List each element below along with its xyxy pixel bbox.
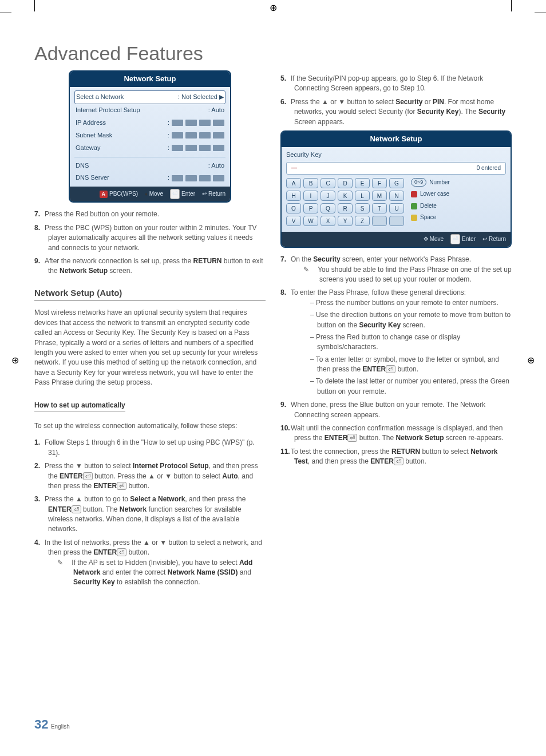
enter-icon: ⏎ xyxy=(450,234,460,244)
cursor-icon: — xyxy=(291,164,297,173)
osd-value: : Not Selected ▶ xyxy=(178,93,224,102)
onscreen-keyboard[interactable]: ABCDEFGHIJKLMNOPQRSTUVWXYZ xyxy=(286,178,404,226)
yellow-dot-icon xyxy=(411,215,417,221)
osd-label: IP Address xyxy=(76,118,168,128)
right-step-6: 6.Press the ▲ or ▼ button to select Secu… xyxy=(280,97,512,127)
key-I[interactable]: I xyxy=(303,191,318,201)
osd-value: : xyxy=(168,173,224,183)
right-step-10: 10.Wait until the connection confirmatio… xyxy=(280,423,512,444)
osd-header: Network Setup xyxy=(282,132,511,147)
auto-step-4: 4.In the list of networks, press the ▲ o… xyxy=(34,538,266,588)
osd-label: DNS Server xyxy=(76,173,168,183)
red-dot-icon xyxy=(411,191,417,197)
key-R[interactable]: R xyxy=(338,203,353,213)
osd-value: : Auto xyxy=(208,161,224,171)
osd-label: Internet Protocol Setup xyxy=(76,106,208,115)
key-S[interactable]: S xyxy=(355,203,370,213)
page-language: English xyxy=(51,723,70,730)
enter-icon: ⏎ xyxy=(117,548,126,556)
key-H[interactable]: H xyxy=(286,191,301,201)
key-T[interactable]: T xyxy=(372,203,387,213)
key-U[interactable]: U xyxy=(389,203,404,213)
key-N[interactable]: N xyxy=(389,191,404,201)
bullet: – Press the Red button to change case or… xyxy=(294,333,512,353)
note-icon: ✎ xyxy=(308,265,316,275)
keyboard-legend: 0~9Number Lower case Delete Space xyxy=(411,178,450,226)
key-V[interactable]: V xyxy=(286,216,301,226)
intro-paragraph: Most wireless networks have an optional … xyxy=(34,308,266,387)
enter-icon: ⏎ xyxy=(83,472,93,480)
auto-step-1: 1.Follow Steps 1 through 6 in the "How t… xyxy=(34,438,266,458)
key-Y[interactable]: Y xyxy=(338,216,353,226)
key-F[interactable]: F xyxy=(372,178,387,188)
osd-header: Network Setup xyxy=(70,72,230,87)
osd-label: Select a Network xyxy=(76,93,178,102)
key-O[interactable]: O xyxy=(286,203,301,213)
auto-step-3: 3.Press the ▲ button to go to Select a N… xyxy=(34,494,266,535)
bullet: – Press the number buttons on your remot… xyxy=(294,298,512,308)
osd-row-dns[interactable]: DNS : Auto xyxy=(74,160,225,172)
note-icon: ✎ xyxy=(62,558,70,568)
key-blank[interactable] xyxy=(389,216,404,226)
osd-row-dns-server[interactable]: DNS Server : xyxy=(74,172,225,184)
enter-icon: ⏎ xyxy=(117,482,126,490)
osd-row-subnet[interactable]: Subnet Mask : xyxy=(74,129,225,142)
key-A[interactable]: A xyxy=(286,178,301,188)
osd-row-ip-address[interactable]: IP Address : xyxy=(74,117,225,129)
enter-icon: ⏎ xyxy=(170,189,180,199)
osd-footer: APBC(WPS) ♦Move ⏎Enter ↩Return xyxy=(70,187,230,201)
osd-value: : xyxy=(168,131,224,140)
key-Q[interactable]: Q xyxy=(321,203,335,213)
auto-step-2: 2.Press the ▼ button to select Internet … xyxy=(34,461,266,491)
crop-mark xyxy=(0,13,11,13)
step-8: 8.Press the PBC (WPS) button on your rou… xyxy=(34,223,266,253)
key-W[interactable]: W xyxy=(303,216,318,226)
page-title: Advanced Features xyxy=(34,42,512,65)
right-step-7: 7.On the Security screen, enter your net… xyxy=(280,255,512,284)
security-key-label: Security Key xyxy=(286,151,506,160)
key-L[interactable]: L xyxy=(355,191,370,201)
updown-icon: ♦ xyxy=(145,191,148,198)
osd-footer: ✥Move ⏎Enter ↩Return xyxy=(282,232,511,247)
key-G[interactable]: G xyxy=(389,178,404,188)
right-step-5: 5.If the Security/PIN pop-up appears, go… xyxy=(280,74,512,94)
osd-value: : Auto xyxy=(208,106,224,115)
registration-mark-icon: ⊕ xyxy=(270,2,277,13)
osd-value: : xyxy=(168,144,224,153)
key-B[interactable]: B xyxy=(303,178,318,188)
move-icon: ✥ xyxy=(424,235,428,244)
key-D[interactable]: D xyxy=(338,178,353,188)
osd-label: DNS xyxy=(76,161,208,171)
key-J[interactable]: J xyxy=(321,191,335,201)
key-P[interactable]: P xyxy=(303,203,318,213)
security-key-input[interactable]: — 0 entered xyxy=(286,162,506,175)
key-X[interactable]: X xyxy=(321,216,335,226)
key-K[interactable]: K xyxy=(338,191,353,201)
key-C[interactable]: C xyxy=(321,178,335,188)
key-blank[interactable] xyxy=(372,216,387,226)
green-dot-icon xyxy=(411,203,417,209)
lead-text: To set up the wireless connection automa… xyxy=(34,421,266,431)
osd-row-ip-setup[interactable]: Internet Protocol Setup : Auto xyxy=(74,104,225,117)
step-7: 7.Press the Red button on your remote. xyxy=(34,209,266,219)
key-E[interactable]: E xyxy=(355,178,370,188)
entered-count: 0 entered xyxy=(477,164,501,173)
registration-mark-icon: ⊕ xyxy=(11,355,19,366)
key-Z[interactable]: Z xyxy=(355,216,370,226)
return-icon: ↩ xyxy=(202,190,207,199)
osd-row-gateway[interactable]: Gateway : xyxy=(74,142,225,155)
note: ✎ If the AP is set to Hidden (Invisible)… xyxy=(48,558,266,588)
bullet: – To a enter letter or symbol, move to t… xyxy=(294,355,512,375)
enter-icon: ⏎ xyxy=(72,505,81,513)
right-step-9: 9.When done, press the Blue button on yo… xyxy=(280,400,512,420)
enter-icon: ⏎ xyxy=(347,434,357,442)
section-heading-auto: Network Setup (Auto) xyxy=(34,287,266,302)
return-icon: ↩ xyxy=(482,235,487,244)
crop-mark xyxy=(34,0,35,11)
key-M[interactable]: M xyxy=(372,191,387,201)
crop-mark xyxy=(535,13,546,13)
osd-row-select-network[interactable]: Select a Network : Not Selected ▶ xyxy=(74,90,225,104)
crop-mark xyxy=(511,0,512,11)
osd-label: Gateway xyxy=(76,144,168,153)
page-number: 32 xyxy=(34,717,48,731)
